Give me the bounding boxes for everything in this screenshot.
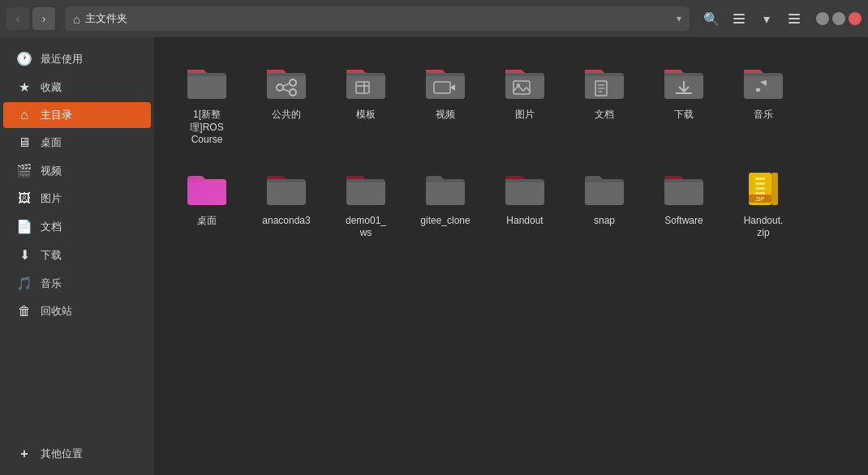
sidebar-label-home: 主目录 [41,108,72,122]
file-label-demo01ws: demo01_ws [346,215,386,240]
view-options-button[interactable]: ▾ [754,6,779,31]
svg-rect-3 [789,14,800,15]
home-icon: ⌂ [73,12,80,26]
video-icon: 🎬 [16,163,32,178]
sidebar-item-recent[interactable]: 🕐 最近使用 [3,45,151,72]
file-item-software[interactable]: Software [647,160,720,246]
sidebar-label-documents: 文档 [41,220,62,234]
maximize-button[interactable] [832,12,845,25]
breadcrumb-dropdown-icon[interactable]: ▾ [677,13,681,24]
sidebar-item-other-places[interactable]: + 其他位置 [3,441,151,467]
file-item-public[interactable]: 公共的 [250,53,323,153]
desktop-icon: 🖥 [16,135,32,150]
sidebar-item-documents[interactable]: 📄 文档 [3,213,151,240]
breadcrumb-bar: ⌂ 主文件夹 ▾ [65,6,690,31]
file-item-anaconda3[interactable]: anaconda3 [250,160,323,246]
sidebar-label-recent: 最近使用 [41,52,83,66]
file-content: 1[新整理]ROSCourse [154,37,868,475]
svg-rect-5 [789,22,800,24]
main-layout: 🕐 最近使用 ★ 收藏 ⌂ 主目录 🖥 桌面 🎬 视频 🖼 图片 📄 文档 ⬇ [0,37,868,475]
clock-icon: 🕐 [16,51,32,66]
folder-icon-music [741,60,786,105]
file-label-snap: snap [594,215,615,228]
svg-rect-4 [789,18,800,19]
folder-icon-desktop [184,166,230,212]
file-item-ros-course[interactable]: 1[新整理]ROSCourse [170,53,243,153]
back-button[interactable]: ‹ [6,7,29,30]
file-item-snap[interactable]: snap [568,160,641,246]
folder-icon-demo01ws [343,166,389,212]
folder-icon-documents [582,60,627,105]
pictures-icon: 🖼 [16,191,32,206]
file-item-handout[interactable]: Handout [488,160,561,246]
music-icon: 🎵 [16,276,32,291]
folder-icon-videos [423,60,468,105]
svg-rect-25 [771,173,778,205]
breadcrumb-text: 主文件夹 [85,11,672,26]
folder-icon-ros-course [184,60,230,105]
sidebar-label-pictures: 图片 [41,191,62,206]
svg-rect-1 [733,18,745,19]
plus-icon: + [16,447,32,461]
file-item-templates[interactable]: 模板 [329,53,402,153]
folder-icon-handout [502,166,548,212]
toolbar-right: 🔍 ▾ [699,6,806,31]
file-label-downloads: 下载 [674,109,694,122]
forward-button[interactable]: › [32,7,55,30]
sidebar-label-desktop: 桌面 [41,135,62,150]
file-item-downloads[interactable]: 下载 [647,53,720,153]
sidebar-item-music[interactable]: 🎵 音乐 [3,270,151,297]
file-item-pictures[interactable]: 图片 [488,53,561,153]
file-item-desktop[interactable]: 桌面 [170,160,243,246]
zip-icon-handout: ZIP [741,166,786,212]
svg-rect-28 [755,187,765,190]
menu-button[interactable] [782,6,806,31]
sidebar-item-trash[interactable]: 🗑 回收站 [3,298,151,324]
downloads-icon: ⬇ [16,247,32,263]
sidebar-item-downloads[interactable]: ⬇ 下载 [3,242,151,268]
file-label-handout: Handout [506,215,543,228]
folder-icon-pictures [502,60,548,105]
sidebar-item-video[interactable]: 🎬 视频 [3,157,151,184]
sidebar-item-home[interactable]: ⌂ 主目录 [3,102,151,128]
sidebar-label-video: 视频 [41,164,62,178]
minimize-button[interactable] [816,12,829,25]
list-view-button[interactable] [727,6,751,31]
folder-icon-templates [343,60,389,105]
file-grid: 1[新整理]ROSCourse [170,53,852,246]
svg-rect-0 [733,14,745,15]
documents-icon: 📄 [16,219,32,234]
svg-rect-2 [733,22,745,24]
file-label-templates: 模板 [356,109,376,122]
window-controls [816,12,862,25]
folder-icon-snap [582,166,627,212]
folder-icon-software [661,166,707,212]
sidebar-label-other-places: 其他位置 [41,447,83,461]
file-label-public: 公共的 [272,109,301,122]
file-label-ros-course: 1[新整理]ROSCourse [190,109,223,147]
sidebar: 🕐 最近使用 ★ 收藏 ⌂ 主目录 🖥 桌面 🎬 视频 🖼 图片 📄 文档 ⬇ [0,37,154,475]
file-item-handout-zip[interactable]: ZIP Handout.zip [727,160,800,246]
sidebar-item-starred[interactable]: ★ 收藏 [3,74,151,101]
svg-text:ZIP: ZIP [756,196,765,202]
sidebar-item-desktop[interactable]: 🖥 桌面 [3,130,151,156]
sidebar-label-trash: 回收站 [41,304,72,319]
file-item-gitee-clone[interactable]: gitee_clone [409,160,482,246]
file-item-demo01ws[interactable]: demo01_ws [329,160,402,246]
home-sidebar-icon: ⌂ [16,108,32,122]
file-label-software: Software [664,215,703,228]
trash-icon: 🗑 [16,304,32,319]
file-item-documents[interactable]: 文档 [568,53,641,153]
search-button[interactable]: 🔍 [699,6,724,31]
folder-icon-anaconda3 [264,166,309,212]
sidebar-item-pictures[interactable]: 🖼 图片 [3,186,151,212]
sidebar-label-downloads: 下载 [41,248,62,263]
file-item-videos[interactable]: 视频 [409,53,482,153]
folder-icon-downloads [661,60,707,105]
file-item-music[interactable]: 音乐 [727,53,800,153]
file-label-desktop: 桌面 [197,215,217,228]
sidebar-label-music: 音乐 [41,276,62,291]
titlebar: ‹ › ⌂ 主文件夹 ▾ 🔍 ▾ [0,0,868,37]
close-button[interactable] [849,12,862,25]
file-label-documents: 文档 [595,109,614,122]
